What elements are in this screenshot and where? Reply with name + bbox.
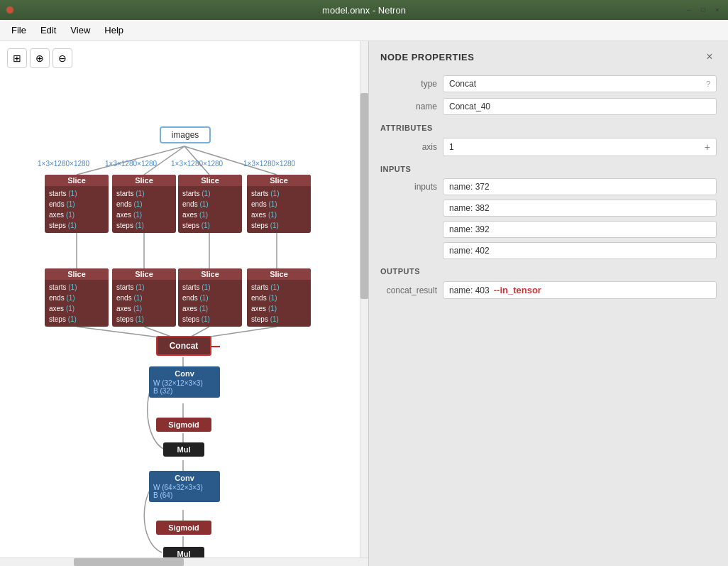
node-images[interactable]: images [160,126,211,143]
node-conv2-w: W (64×32×3×3) [153,484,216,491]
output-row-1: concat_result name: 403 --in_tensor [369,278,728,302]
slice-1-2-props: starts (1) ends (1) axes (1) steps (1) [112,186,176,233]
node-conv2[interactable]: Conv W (64×32×3×3) B (64) [149,471,220,502]
graph-toolbar: ⊞ ⊕ ⊖ [7,48,72,68]
dim-label-4: 1×3×1280×1280 [243,160,295,168]
properties-header: NODE PROPERTIES × [369,41,728,72]
grid-icon: ⊞ [13,53,21,64]
slice-1-3[interactable]: Slice starts (1) ends (1) axes (1) steps… [178,175,242,233]
vertical-scrollbar-thumb[interactable] [360,93,368,300]
node-conv1[interactable]: Conv W (32×12×3×3) B (32) [149,366,220,398]
menu-help[interactable]: Help [99,22,129,38]
menubar: File Edit View Help [0,20,728,41]
input-row-3: name: 392 [369,219,728,240]
zoom-in-button[interactable]: ⊕ [30,48,50,68]
slice-2-2-label: Slice [112,268,176,280]
dim-label-2: 1×3×1280×1280 [105,160,157,168]
properties-title: NODE PROPERTIES [380,52,474,62]
slice-2-4-props: starts (1) ends (1) axes (1) steps (1) [247,280,311,327]
menu-view[interactable]: View [65,22,96,38]
dim-label-1: 1×3×1280×1280 [38,160,89,168]
node-images-label: images [172,130,199,140]
slice-2-1[interactable]: Slice starts (1) ends (1) axes (1) steps… [45,268,109,327]
properties-close-button[interactable]: × [702,50,717,64]
inputs-label: inputs [380,182,437,192]
name-row: name Concat_40 [369,95,728,118]
slice-2-2-props: starts (1) ends (1) axes (1) steps (1) [112,280,176,327]
grid-button[interactable]: ⊞ [7,48,27,68]
titlebar-controls-left [6,6,14,14]
node-conv2-b: B (64) [153,491,216,499]
name-value: Concat_40 [443,98,717,115]
window-title: model.onnx - Netron [322,5,406,16]
node-conv2-label: Conv [153,474,216,482]
slice-1-1-props: starts (1) ends (1) axes (1) steps (1) [45,186,109,233]
axis-add-button[interactable]: + [705,141,710,153]
type-help[interactable]: ? [706,80,710,88]
zoom-in-icon: ⊕ [35,53,44,64]
outputs-section-title: OUTPUTS [369,261,728,278]
concat-result-label: concat_result [380,285,437,295]
input-value-1: name: 372 [443,178,717,195]
graph-panel[interactable]: ⊞ ⊕ ⊖ [0,41,369,566]
axis-row: axis 1 + [369,135,728,159]
close-button[interactable] [6,6,14,14]
input-value-4: name: 402 [443,242,717,259]
attributes-section-title: ATTRIBUTES [369,118,728,135]
maximize-button[interactable]: □ [698,5,708,15]
input-value-2: name: 382 [443,200,717,217]
window-close-button[interactable]: × [712,5,722,15]
axis-value-container: 1 + [443,138,717,156]
graph-canvas: images 1×3×1280×1280 1×3×1280×1280 1×3×1… [0,41,368,566]
input-row-1: inputs name: 372 [369,176,728,197]
concat-result-value-container: name: 403 --in_tensor [443,281,717,299]
slice-2-3-label: Slice [178,268,242,280]
slice-1-4-props: starts (1) ends (1) axes (1) steps (1) [247,186,311,233]
horizontal-scrollbar[interactable] [0,557,368,566]
slice-1-1[interactable]: Slice starts (1) ends (1) axes (1) steps… [45,175,109,233]
slice-1-3-label: Slice [178,175,242,186]
node-mul1[interactable]: Mul [163,442,204,457]
concat-result-value: name: 403 [449,285,490,295]
name-label: name [380,102,437,111]
slice-2-4[interactable]: Slice starts (1) ends (1) axes (1) steps… [247,268,311,327]
input-value-3: name: 392 [443,221,717,238]
horizontal-scrollbar-thumb[interactable] [74,558,184,566]
axis-value: 1 [449,142,454,152]
slice-2-1-label: Slice [45,268,109,280]
slice-2-3-props: starts (1) ends (1) axes (1) steps (1) [178,280,242,327]
type-value-container: Concat ? [443,75,717,92]
node-conv1-b: B (32) [153,387,216,395]
zoom-out-icon: ⊖ [58,53,67,64]
zoom-out-button[interactable]: ⊖ [53,48,72,68]
titlebar-controls-right: – □ × [684,5,722,15]
slice-2-4-label: Slice [247,268,311,280]
node-sigmoid2-label: Sigmoid [168,523,199,532]
menu-file[interactable]: File [6,22,32,38]
concat-result-annotation: --in_tensor [494,285,541,295]
node-conv1-label: Conv [153,369,216,378]
node-sigmoid1[interactable]: Sigmoid [156,418,211,432]
inputs-section-title: INPUTS [369,159,728,176]
slice-1-4[interactable]: Slice starts (1) ends (1) axes (1) steps… [247,175,311,233]
dim-label-3: 1×3×1280×1280 [171,160,223,168]
node-sigmoid2[interactable]: Sigmoid [156,521,211,535]
node-concat[interactable]: Concat [156,336,211,356]
node-mul1-label: Mul [177,445,191,454]
node-concat-label: Concat [170,341,199,351]
slice-2-3[interactable]: Slice starts (1) ends (1) axes (1) steps… [178,268,242,327]
input-row-4: name: 402 [369,240,728,261]
slice-1-3-props: starts (1) ends (1) axes (1) steps (1) [178,186,242,233]
slice-2-1-props: starts (1) ends (1) axes (1) steps (1) [45,280,109,327]
slice-1-2-label: Slice [112,175,176,186]
slice-1-1-label: Slice [45,175,109,186]
slice-2-2[interactable]: Slice starts (1) ends (1) axes (1) steps… [112,268,176,327]
slice-1-4-label: Slice [247,175,311,186]
input-row-2: name: 382 [369,197,728,219]
type-label: type [380,79,437,89]
node-conv1-w: W (32×12×3×3) [153,379,216,387]
menu-edit[interactable]: Edit [35,22,62,38]
slice-1-2[interactable]: Slice starts (1) ends (1) axes (1) steps… [112,175,176,233]
minimize-button[interactable]: – [684,5,694,15]
vertical-scrollbar[interactable] [360,41,368,557]
